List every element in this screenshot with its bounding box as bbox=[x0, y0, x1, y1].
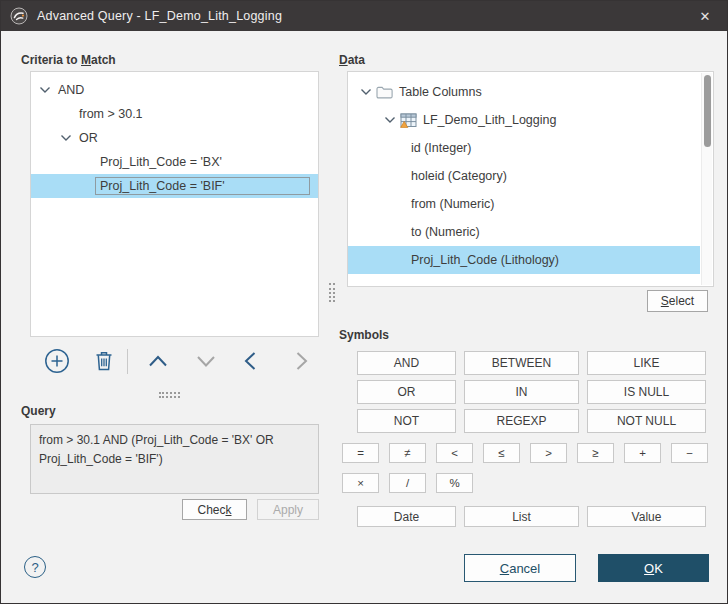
scrollbar-thumb[interactable] bbox=[704, 75, 711, 147]
delete-criterion-button[interactable] bbox=[91, 348, 117, 374]
criteria-item-label: OR bbox=[74, 129, 103, 147]
symbol-is-null-button[interactable]: IS NULL bbox=[587, 380, 706, 404]
criteria-item-label: Proj_Lith_Code = 'BX' bbox=[95, 153, 227, 171]
data-item-table-columns[interactable]: Table Columns bbox=[348, 78, 700, 106]
data-item-proj-lith-code[interactable]: Proj_Lith_Code (Lithology) bbox=[348, 246, 700, 274]
move-up-button[interactable] bbox=[145, 348, 171, 374]
query-text-area[interactable]: from > 30.1 AND (Proj_Lith_Code = 'BX' O… bbox=[30, 424, 319, 494]
scrollbar-track[interactable] bbox=[701, 73, 712, 285]
app-icon bbox=[10, 7, 28, 25]
criteria-item-and[interactable]: AND bbox=[31, 78, 318, 102]
data-item-id[interactable]: id (Integer) bbox=[348, 134, 700, 162]
select-button[interactable]: Select bbox=[647, 290, 708, 312]
close-icon[interactable]: ✕ bbox=[683, 1, 727, 31]
op-modulo-button[interactable]: % bbox=[436, 473, 473, 493]
query-text: from > 30.1 AND (Proj_Lith_Code = 'BX' O… bbox=[39, 433, 274, 466]
symbol-and-button[interactable]: AND bbox=[357, 351, 456, 375]
criteria-item-from[interactable]: from > 30.1 bbox=[31, 102, 318, 126]
symbol-in-button[interactable]: IN bbox=[464, 380, 579, 404]
op-greater-than-button[interactable]: > bbox=[530, 443, 567, 463]
op-minus-button[interactable]: − bbox=[671, 443, 708, 463]
symbols-label: Symbols bbox=[339, 328, 389, 342]
op-divide-button[interactable]: / bbox=[389, 473, 426, 493]
move-left-button[interactable] bbox=[238, 348, 264, 374]
op-greater-equal-button[interactable]: ≥ bbox=[577, 443, 614, 463]
chevron-down-icon[interactable] bbox=[384, 116, 396, 124]
symbol-regexp-button[interactable]: REGEXP bbox=[464, 409, 579, 433]
symbol-not-null-button[interactable]: NOT NULL bbox=[587, 409, 706, 433]
op-plus-button[interactable]: + bbox=[624, 443, 661, 463]
help-icon[interactable]: ? bbox=[24, 556, 46, 578]
move-down-button[interactable] bbox=[193, 348, 219, 374]
criteria-item-label: AND bbox=[53, 81, 89, 99]
data-item-from[interactable]: from (Numeric) bbox=[348, 190, 700, 218]
symbol-like-button[interactable]: LIKE bbox=[587, 351, 706, 375]
move-right-button[interactable] bbox=[288, 348, 314, 374]
cancel-button[interactable]: Cancel bbox=[464, 554, 576, 582]
check-button[interactable]: Check bbox=[182, 499, 247, 520]
data-item-holeid[interactable]: holeid (Category) bbox=[348, 162, 700, 190]
insert-date-button[interactable]: Date bbox=[357, 506, 456, 527]
toolbar-divider bbox=[127, 349, 128, 374]
criteria-item-bif[interactable]: Proj_Lith_Code = 'BIF' bbox=[31, 174, 318, 198]
symbol-or-button[interactable]: OR bbox=[357, 380, 456, 404]
criteria-label: Criteria to Match bbox=[21, 53, 116, 67]
data-label: Data bbox=[339, 53, 365, 67]
criteria-tree: AND from > 30.1 OR Proj_Lith_Code = 'BX'… bbox=[30, 71, 319, 337]
op-multiply-button[interactable]: × bbox=[342, 473, 379, 493]
folder-icon bbox=[376, 85, 393, 100]
data-item-label: Proj_Lith_Code (Lithology) bbox=[411, 253, 559, 267]
add-criterion-button[interactable] bbox=[44, 348, 70, 374]
splitter-handle-vertical[interactable] bbox=[329, 283, 335, 302]
insert-list-button[interactable]: List bbox=[464, 506, 579, 527]
symbol-between-button[interactable]: BETWEEN bbox=[464, 351, 579, 375]
data-item-label: LF_Demo_Lith_Logging bbox=[423, 113, 556, 127]
data-item-label: Table Columns bbox=[399, 85, 482, 99]
data-item-label: holeid (Category) bbox=[411, 169, 507, 183]
splitter-handle-horizontal[interactable] bbox=[159, 392, 180, 398]
symbol-not-button[interactable]: NOT bbox=[357, 409, 456, 433]
insert-value-button[interactable]: Value bbox=[587, 506, 706, 527]
criteria-item-label: from > 30.1 bbox=[74, 105, 148, 123]
titlebar[interactable]: Advanced Query - LF_Demo_Lith_Logging ✕ bbox=[1, 1, 727, 31]
ok-button[interactable]: OK bbox=[598, 554, 709, 582]
criteria-item-label: Proj_Lith_Code = 'BIF' bbox=[95, 177, 310, 195]
apply-button[interactable]: Apply bbox=[257, 499, 319, 520]
data-item-label: id (Integer) bbox=[411, 141, 471, 155]
table-icon bbox=[400, 113, 417, 128]
op-equals-button[interactable]: = bbox=[342, 443, 379, 463]
data-item-to[interactable]: to (Numeric) bbox=[348, 218, 700, 246]
advanced-query-dialog: Advanced Query - LF_Demo_Lith_Logging ✕ … bbox=[0, 0, 728, 604]
chevron-down-icon[interactable] bbox=[60, 134, 72, 142]
op-not-equals-button[interactable]: ≠ bbox=[389, 443, 426, 463]
data-item-label: to (Numeric) bbox=[411, 225, 480, 239]
op-less-equal-button[interactable]: ≤ bbox=[483, 443, 520, 463]
data-item-table[interactable]: LF_Demo_Lith_Logging bbox=[348, 106, 700, 134]
criteria-item-or[interactable]: OR bbox=[31, 126, 318, 150]
query-label: Query bbox=[21, 404, 56, 418]
data-tree: Table Columns LF_Demo_Lith_Logging id (I… bbox=[347, 71, 714, 287]
data-item-label: from (Numeric) bbox=[411, 197, 494, 211]
chevron-down-icon[interactable] bbox=[360, 88, 372, 96]
criteria-item-bx[interactable]: Proj_Lith_Code = 'BX' bbox=[31, 150, 318, 174]
op-less-than-button[interactable]: < bbox=[436, 443, 473, 463]
window-title: Advanced Query - LF_Demo_Lith_Logging bbox=[37, 9, 683, 23]
chevron-down-icon[interactable] bbox=[39, 86, 51, 94]
